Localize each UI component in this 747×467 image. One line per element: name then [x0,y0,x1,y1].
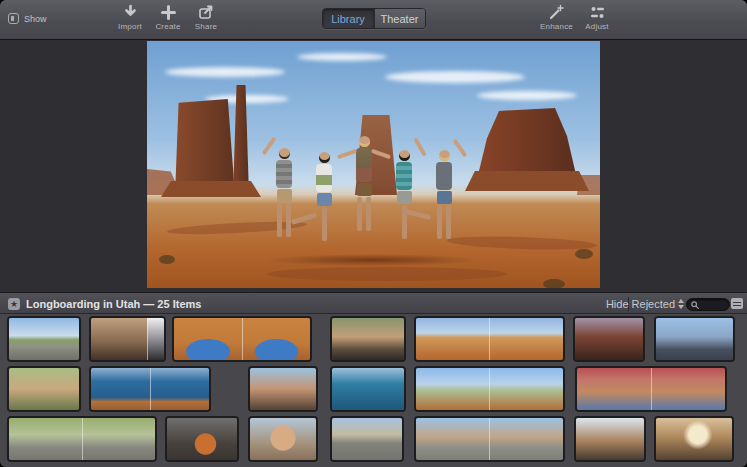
clip-monument-posing[interactable] [414,316,565,362]
clip-frame[interactable] [489,418,563,460]
create-button[interactable]: Create [154,4,182,31]
raised-arm [413,137,426,156]
display-icon[interactable] [731,298,743,309]
clip-frame[interactable] [576,418,644,460]
person-legs [437,205,451,239]
thumbnail-row [0,416,747,462]
clip-canyon-overlook-girl[interactable] [573,316,645,362]
cloud [165,67,285,77]
clip-redcap-skater[interactable] [414,416,565,462]
clip-frame[interactable] [577,368,651,410]
person-legs [357,197,371,231]
person-shorts [397,191,412,204]
clip-frame[interactable] [147,318,164,360]
clip-frame[interactable] [91,368,150,410]
thumbnail-row [0,366,747,412]
clip-downhill-skaters[interactable] [7,416,157,462]
cloud [385,71,525,83]
clip-guitar-on-grass[interactable] [7,366,81,412]
clip-lake-jump[interactable] [330,366,406,412]
clip-group-overlook-behind[interactable] [654,316,735,362]
clip-red-helmet-selfie[interactable] [575,366,727,412]
toolbar-right-buttons: Enhance Adjust [540,4,611,31]
clip-cliff-jumping[interactable] [89,366,211,412]
sidebar-panel-icon [8,13,19,24]
person-shorts [277,189,292,202]
person-figure [311,152,337,241]
clip-frame[interactable] [416,368,489,410]
tab-library[interactable]: Library [323,9,374,28]
clip-mountain-biking[interactable] [414,366,565,412]
clip-frame[interactable] [416,318,489,360]
clip-frame[interactable] [82,418,156,460]
clip-frame[interactable] [167,418,237,460]
person-figure [351,136,377,231]
search-icon [690,300,700,310]
clip-sunglasses-bus[interactable] [89,316,166,362]
person-head [399,150,410,161]
share-button[interactable]: Share [192,4,220,31]
hide-rejected-popup[interactable]: Hide Rejected [606,293,684,315]
shrub [575,249,593,259]
filter-label: Hide Rejected [606,298,675,310]
butte-right-talus [465,171,589,191]
toolbar: Show Import Create Share [0,0,747,40]
enhance-button[interactable]: Enhance [540,4,573,31]
library-theater-switcher: Library Theater [322,8,426,29]
person-legs [322,207,327,241]
popup-arrows-icon [678,299,684,309]
clip-frame[interactable] [332,418,402,460]
person-shorts [437,191,452,204]
clip-frame[interactable] [91,318,147,360]
clip-helmet-girl-face[interactable] [248,416,318,462]
clip-frame[interactable] [9,418,82,460]
clip-frame[interactable] [575,318,643,360]
clip-frame[interactable] [242,318,311,360]
clip-frame[interactable] [656,418,732,460]
person-figure [431,150,457,239]
clip-frame[interactable] [656,318,733,360]
clip-desert-road-pov[interactable] [7,316,81,362]
clip-skateboard-wheels[interactable] [165,416,239,462]
clip-arch-climb[interactable] [172,316,312,362]
clip-frame[interactable] [9,318,79,360]
favorite-star-icon[interactable]: ★ [8,298,20,310]
clip-frame[interactable] [489,368,563,410]
clip-bus-laughing-guy[interactable] [330,316,406,362]
clip-three-friends-selfie[interactable] [248,366,318,412]
person-legs [277,203,291,237]
clip-frame[interactable] [489,318,563,360]
clip-frame[interactable] [332,368,404,410]
import-button[interactable]: Import [116,4,144,31]
clip-frame[interactable] [332,318,404,360]
clip-frame[interactable] [250,418,316,460]
clip-frame[interactable] [651,368,726,410]
clip-highfive-pov[interactable] [574,416,646,462]
clip-frame[interactable] [416,418,489,460]
viewer-photo-monument-valley[interactable] [147,41,600,288]
clip-frame[interactable] [174,318,242,360]
clip-silhouette-board[interactable] [654,416,734,462]
event-title: Longboarding in Utah — 25 Items [26,293,201,315]
clip-skaters-on-road[interactable] [330,416,404,462]
person-figure [391,150,417,239]
clip-frame[interactable] [150,368,210,410]
tab-theater[interactable]: Theater [374,9,425,28]
search-input[interactable] [686,298,730,311]
raised-arm [262,137,277,156]
viewer-area [0,41,747,292]
toolbar-left-buttons: Import Create Share [116,4,220,31]
kicked-leg [405,209,431,220]
create-plus-icon [160,4,177,21]
person-head [319,152,330,163]
show-sidebar-button[interactable]: Show [8,13,47,24]
clip-frame[interactable] [9,368,79,410]
magic-wand-icon [548,4,565,21]
butte-right [477,105,577,179]
person-shirt [316,164,332,192]
person-shirt [356,148,372,182]
adjust-button[interactable]: Adjust [583,4,611,31]
ground-streak [267,267,507,281]
clip-frame[interactable] [250,368,316,410]
person-head [439,150,450,161]
